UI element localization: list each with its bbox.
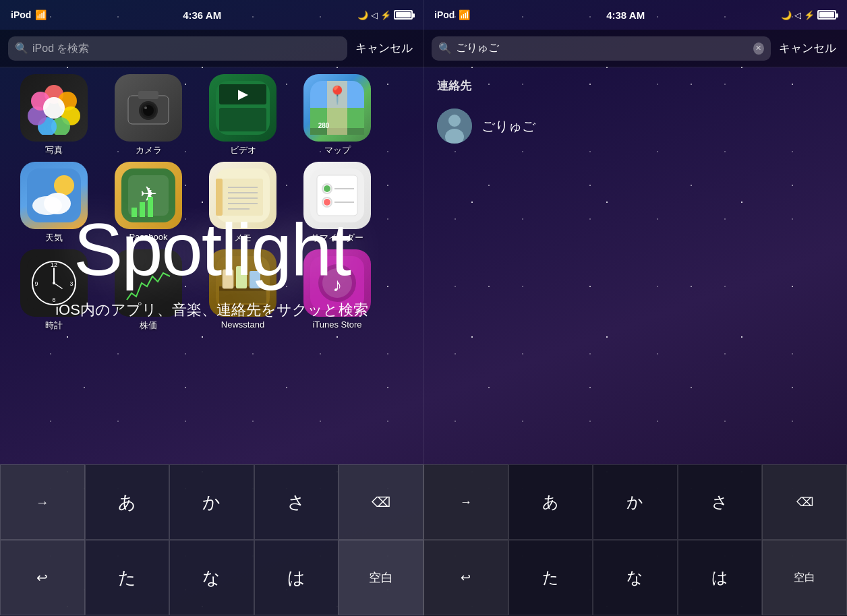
app-row-3: 12 6 9 3 時計 — [10, 249, 413, 332]
svg-rect-34 — [148, 197, 153, 217]
app-memo[interactable]: メモ — [199, 162, 287, 244]
memo-icon — [209, 162, 276, 229]
right-keyboard-row-2: ↩ た な は 空白 — [424, 540, 847, 615]
right-time: 4:38 AM — [470, 9, 781, 21]
left-key-space[interactable]: 空白 — [339, 540, 424, 615]
left-keyboard: → あ か さ ⌫ ↩ た な は 空白 — [0, 464, 424, 616]
passbook-icon: ✈ — [115, 162, 182, 229]
right-key-a[interactable]: あ — [508, 464, 593, 540]
svg-rect-10 — [138, 91, 158, 99]
left-wifi-icon: 📶 — [35, 9, 47, 20]
left-key-a[interactable]: あ — [85, 464, 170, 540]
left-key-ta[interactable]: た — [85, 540, 170, 615]
right-key-backspace[interactable]: ⌫ — [762, 464, 847, 540]
svg-text:♪: ♪ — [332, 274, 342, 295]
weather-label: 天気 — [45, 232, 63, 244]
left-location-icon: ◁ — [371, 10, 378, 20]
right-search-input[interactable] — [456, 42, 749, 55]
left-key-return[interactable]: ↩ — [0, 540, 85, 615]
svg-point-13 — [143, 105, 154, 116]
right-key-sa[interactable]: さ — [678, 464, 763, 540]
clock-label: 時計 — [45, 319, 63, 332]
reminders-label: リマインダー — [311, 232, 363, 244]
photos-label: 写真 — [45, 144, 63, 156]
clock-icon: 12 6 9 3 — [20, 249, 88, 317]
svg-text:280: 280 — [318, 122, 330, 129]
left-time: 4:36 AM — [47, 9, 357, 21]
right-key-ta[interactable]: た — [508, 540, 593, 615]
svg-text:3: 3 — [69, 280, 73, 287]
right-key-arrow-right[interactable]: → — [424, 464, 508, 540]
left-search-icon: 🔍 — [15, 42, 28, 55]
left-bluetooth-icon: ⚡ — [380, 10, 391, 20]
app-weather[interactable]: 天気 — [10, 162, 98, 244]
maps-label: マップ — [324, 144, 351, 156]
right-clear-button[interactable]: ✕ — [753, 42, 764, 55]
svg-rect-66 — [236, 266, 247, 288]
left-search-input[interactable] — [32, 42, 341, 55]
app-itunes[interactable]: ♪ iTunes Store — [293, 249, 381, 332]
right-status-bar: iPod 📶 4:38 AM 🌙 ◁ ⚡ — [424, 0, 847, 30]
app-maps[interactable]: 📍 280 マップ — [293, 74, 381, 156]
right-search-bar[interactable]: 🔍 ✕ キャンセル — [424, 30, 847, 67]
svg-rect-68 — [219, 290, 266, 303]
svg-rect-63 — [219, 305, 266, 309]
svg-rect-33 — [140, 202, 145, 217]
stocks-label: 株価 — [140, 319, 157, 332]
left-key-na[interactable]: な — [169, 540, 254, 615]
camera-icon — [115, 74, 182, 142]
left-keyboard-row-1: → あ か さ ⌫ — [0, 464, 424, 540]
app-clock[interactable]: 12 6 9 3 時計 — [10, 249, 98, 332]
left-key-ka[interactable]: か — [169, 464, 254, 540]
app-video[interactable]: ▶ ビデオ — [199, 74, 287, 156]
left-key-ha[interactable]: は — [254, 540, 339, 615]
app-camera[interactable]: カメラ — [105, 74, 192, 156]
itunes-icon: ♪ — [303, 249, 371, 317]
app-photos[interactable]: 写真 — [10, 74, 98, 156]
right-panel: iPod 📶 4:38 AM 🌙 ◁ ⚡ 🔍 ✕ キャンセル 連絡先 — [424, 0, 847, 616]
contact-item-goriyugo[interactable]: ごりゅご — [437, 102, 834, 150]
right-key-return[interactable]: ↩ — [424, 540, 508, 615]
right-cancel-button[interactable]: キャンセル — [776, 40, 839, 56]
left-key-sa[interactable]: さ — [254, 464, 339, 540]
right-key-space[interactable]: 空白 — [762, 540, 847, 615]
right-key-ka[interactable]: か — [593, 464, 678, 540]
app-passbook[interactable]: ✈ Passbook — [105, 162, 192, 244]
contact-avatar — [437, 109, 472, 144]
left-search-input-wrap[interactable]: 🔍 — [8, 36, 347, 61]
contacts-section: 連絡先 ごりゅご — [424, 67, 847, 161]
svg-point-74 — [448, 115, 461, 127]
stocks-icon — [115, 249, 182, 317]
left-battery-icon — [394, 10, 413, 20]
svg-rect-64 — [223, 270, 233, 288]
newsstand-icon — [209, 249, 276, 317]
right-moon-icon: 🌙 — [781, 10, 792, 20]
left-key-arrow-right[interactable]: → — [0, 464, 85, 540]
right-search-input-wrap[interactable]: 🔍 ✕ — [432, 36, 771, 61]
reminders-icon — [303, 162, 371, 229]
svg-point-49 — [324, 199, 330, 206]
left-search-bar[interactable]: 🔍 キャンセル — [0, 30, 424, 67]
app-stocks[interactable]: 株価 — [105, 249, 192, 332]
newsstand-label: Newsstand — [221, 319, 264, 330]
left-panel: iPod 📶 4:36 AM 🌙 ◁ ⚡ 🔍 キャンセル — [0, 0, 424, 616]
right-device-name: iPod — [434, 9, 455, 20]
right-key-na[interactable]: な — [593, 540, 678, 615]
right-battery-icon — [817, 10, 836, 20]
app-newsstand[interactable]: Newsstand — [199, 249, 287, 332]
svg-point-14 — [144, 106, 147, 109]
left-device-name: iPod — [11, 9, 31, 20]
passbook-label: Passbook — [129, 232, 167, 242]
right-bluetooth-icon: ⚡ — [804, 10, 815, 20]
svg-rect-36 — [223, 179, 263, 216]
svg-rect-32 — [132, 208, 137, 217]
left-status-bar: iPod 📶 4:36 AM 🌙 ◁ ⚡ — [0, 0, 424, 30]
video-label: ビデオ — [230, 144, 256, 156]
svg-text:12: 12 — [51, 261, 57, 268]
right-keyboard-row-1: → あ か さ ⌫ — [424, 464, 847, 540]
left-key-backspace[interactable]: ⌫ — [339, 464, 424, 540]
right-key-ha[interactable]: は — [678, 540, 763, 615]
photos-icon — [20, 74, 88, 142]
app-reminders[interactable]: リマインダー — [293, 162, 381, 244]
left-cancel-button[interactable]: キャンセル — [353, 40, 415, 56]
